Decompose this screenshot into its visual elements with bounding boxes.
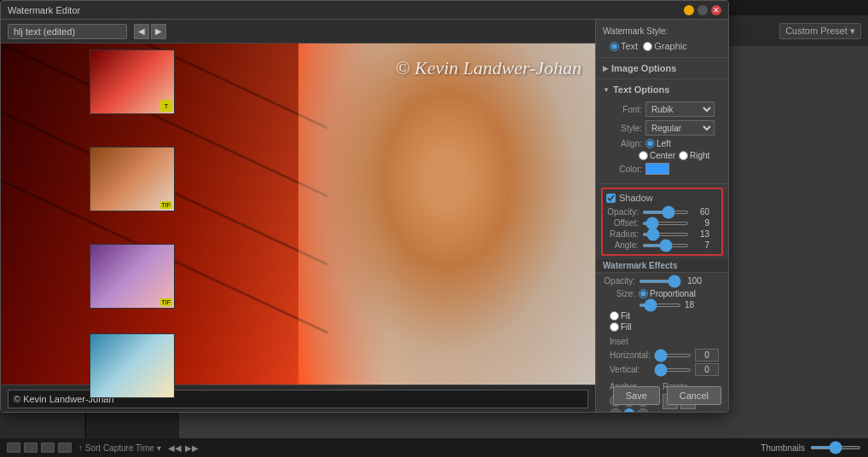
preset-dropdown[interactable]: hlj text (edited) [8, 24, 127, 39]
fill-radio[interactable] [610, 322, 619, 332]
compare-icon[interactable] [41, 443, 55, 453]
font-row: Font: Rubik [603, 100, 721, 119]
close-button[interactable]: ✕ [711, 5, 721, 15]
anchor-ml[interactable] [610, 408, 622, 412]
shadow-header: Shadow [606, 193, 718, 203]
text-options-content: Font: Rubik Style: Regular A [596, 96, 728, 180]
save-button[interactable]: Save [613, 386, 660, 405]
nav-controls: ◀◀ ▶▶ [168, 443, 199, 453]
style-row: Text Graphic [603, 38, 721, 54]
style-graphic-radio[interactable] [643, 42, 652, 51]
status-right: Thumbnails [761, 443, 861, 453]
align-row: Align: Left [603, 137, 721, 150]
angle-row: Angle: 7 [606, 240, 718, 251]
thumbnails-label: Thumbnails [761, 443, 805, 453]
triangle-icon: ▼ [603, 86, 610, 94]
proportional-radio[interactable] [639, 289, 648, 298]
text-options-header[interactable]: ▼ Text Options [596, 83, 728, 96]
color-swatch[interactable] [645, 163, 669, 175]
fit-fill-options: Fit Fill [603, 310, 721, 333]
shadow-label: Shadow [619, 193, 653, 203]
nav-prev-button[interactable]: ◀ [134, 24, 149, 39]
tif-badge: T [160, 100, 172, 112]
style-text-label[interactable]: Text [610, 41, 638, 51]
list-item[interactable]: TIF [90, 147, 175, 211]
shadow-checkbox[interactable] [606, 194, 616, 203]
style-label: Style: [610, 124, 642, 133]
align-center-radio[interactable] [639, 151, 648, 160]
font-select[interactable]: Rubik [645, 101, 715, 117]
effects-opacity-label: Opacity: [603, 276, 635, 286]
status-icons [7, 443, 72, 453]
color-label: Color: [610, 165, 642, 174]
watermark-text: © Kevin Landwer-Johan [396, 57, 582, 79]
style-select[interactable]: Regular [645, 120, 715, 136]
dialog-toolbar: hlj text (edited) ◀ ▶ [1, 20, 595, 43]
opacity-label: Opacity: [606, 207, 639, 217]
horizontal-inset-row: Horizontal: [610, 348, 715, 362]
align-right-label[interactable]: Right [679, 151, 709, 160]
horizontal-slider[interactable] [654, 354, 692, 357]
grid-icon[interactable] [7, 443, 20, 453]
size-slider[interactable] [639, 304, 681, 307]
effects-opacity-value: 100 [685, 276, 702, 286]
style-text-radio[interactable] [610, 42, 619, 51]
align-center-label[interactable]: Center [639, 151, 675, 160]
inset-section: Inset Horizontal: Vertical: [603, 335, 721, 379]
loupe-icon[interactable] [24, 443, 38, 453]
align-options-row: Center Right [603, 150, 721, 161]
align-right-radio[interactable] [679, 151, 688, 160]
effects-opacity-slider[interactable] [639, 280, 681, 283]
fit-radio[interactable] [610, 311, 619, 321]
anchor-mr[interactable] [637, 408, 649, 412]
nav-next-button[interactable]: ▶ [151, 24, 166, 39]
text-options-section: ▼ Text Options Font: Rubik Style: [596, 79, 728, 184]
radius-label: Radius: [606, 229, 639, 239]
anchor-mc[interactable] [623, 408, 635, 412]
vertical-slider[interactable] [654, 368, 692, 372]
offset-slider[interactable] [642, 222, 689, 225]
horizontal-value[interactable] [695, 349, 719, 362]
align-left-label[interactable]: Left [645, 139, 671, 148]
tif-badge: TIF [160, 298, 173, 306]
dialog-controls: ✕ [684, 5, 721, 15]
thumbnail-size-slider[interactable] [810, 446, 861, 449]
offset-label: Offset: [606, 218, 639, 228]
cancel-button[interactable]: Cancel [667, 386, 721, 405]
opacity-slider[interactable] [642, 211, 689, 214]
minimize-button[interactable] [684, 5, 694, 15]
list-item[interactable]: T [90, 49, 175, 114]
opacity-value: 60 [692, 207, 709, 217]
main-layout: Library Filter ★★★★★ ★★★★★ 6241067 x 491… [0, 46, 868, 457]
size-label: Size: [603, 289, 635, 298]
dialog-footer: Save Cancel [613, 386, 721, 405]
font-label: Font: [610, 105, 642, 114]
fit-label[interactable]: Fit [610, 311, 715, 321]
image-options-header[interactable]: ▶ Image Options [596, 61, 728, 75]
nav-arrows: ◀ ▶ [134, 24, 166, 39]
align-left-radio[interactable] [645, 139, 655, 148]
vertical-value[interactable] [695, 363, 719, 376]
fill-label[interactable]: Fill [610, 322, 715, 332]
style-graphic-label[interactable]: Graphic [643, 41, 687, 51]
dialog-titlebar: Watermark Editor ✕ [1, 1, 728, 20]
radius-slider[interactable] [642, 233, 689, 236]
maximize-button[interactable] [697, 5, 708, 15]
inset-title: Inset [610, 337, 715, 346]
radius-value: 13 [692, 229, 709, 239]
list-item[interactable] [90, 333, 175, 398]
prev-icon[interactable]: ◀◀ [168, 443, 182, 453]
vertical-label: Vertical: [610, 365, 651, 374]
horizontal-label: Horizontal: [610, 350, 651, 360]
survey-icon[interactable] [58, 443, 72, 453]
custom-preset-area: Custom Preset ▾ [779, 23, 861, 39]
color-row: Color: [603, 161, 721, 176]
size-slider-row: 18 [603, 299, 721, 310]
right-filmstrip: T ★★★★★ 6301027 x 733 TIF ★★★★★ 🏷 650102… [85, 46, 179, 457]
next-icon[interactable]: ▶▶ [185, 443, 199, 453]
angle-slider[interactable] [642, 244, 689, 247]
list-item[interactable]: TIF [90, 244, 175, 309]
dialog-title: Watermark Editor [8, 5, 80, 15]
proportional-label[interactable]: Proportional [639, 289, 696, 298]
image-options-section: ▶ Image Options [596, 58, 728, 79]
